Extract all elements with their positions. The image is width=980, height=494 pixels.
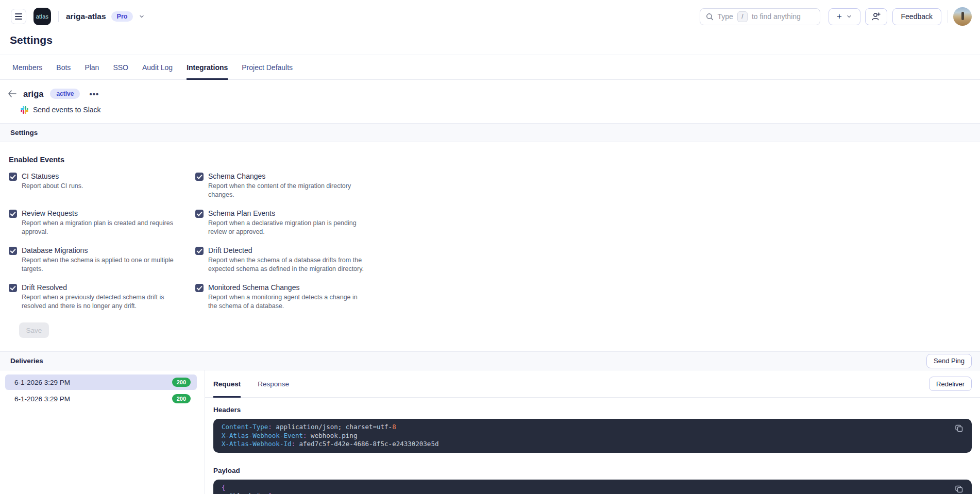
event-schema-changes: Schema ChangesReport when the content of… <box>195 172 365 199</box>
create-new-button[interactable]: + <box>829 8 860 25</box>
atlas-logo[interactable]: atlas <box>33 8 51 25</box>
checkbox-drift-resolved[interactable] <box>9 284 17 292</box>
event-description: Report when a monitoring agent detects a… <box>208 293 365 310</box>
tab-sso[interactable]: SSO <box>113 55 128 79</box>
status-code-badge: 200 <box>172 378 191 387</box>
checkbox-schema-plan-events[interactable] <box>195 210 204 218</box>
tab-integrations[interactable]: Integrations <box>187 55 228 79</box>
tab-members[interactable]: Members <box>12 55 42 79</box>
event-name: Database Migrations <box>22 246 179 255</box>
deliveries-list: 6-1-2026 3:29 PM2006-1-2026 3:29 PM200 <box>0 370 205 494</box>
event-description: Report about CI runs. <box>22 182 83 191</box>
event-drift-detected: Drift DetectedReport when the schema of … <box>195 246 365 273</box>
checkbox-review-requests[interactable] <box>9 210 17 218</box>
event-description: Report when a declarative migration plan… <box>208 219 365 236</box>
integration-header: ariga active ••• Send events to Slack <box>0 80 980 115</box>
delivery-detail-pane: RequestResponse Redeliver Headers Conten… <box>205 370 980 494</box>
page-title-row: Settings <box>0 33 980 55</box>
event-name: Monitored Schema Changes <box>208 283 365 292</box>
detail-tab-response[interactable]: Response <box>258 370 289 397</box>
integration-description: Send events to Slack <box>33 106 101 114</box>
checkbox-schema-changes[interactable] <box>195 173 204 181</box>
tab-project-defaults[interactable]: Project Defaults <box>242 55 293 79</box>
redeliver-button[interactable]: Redeliver <box>929 377 972 391</box>
checkbox-ci-statuses[interactable] <box>9 173 17 181</box>
checkbox-drift-detected[interactable] <box>195 247 204 255</box>
header-divider <box>948 10 948 23</box>
app-header: atlas ariga-atlas Pro Type / to find any… <box>0 0 980 33</box>
event-name: Drift Detected <box>208 246 365 255</box>
checkbox-monitored-schema-changes[interactable] <box>195 284 204 292</box>
event-description: Report when the content of the migration… <box>208 182 365 199</box>
tab-bots[interactable]: Bots <box>56 55 71 79</box>
atlas-logo-text: atlas <box>36 13 49 20</box>
event-name: Schema Changes <box>208 172 365 181</box>
delivery-row[interactable]: 6-1-2026 3:29 PM200 <box>5 374 197 390</box>
status-code-badge: 200 <box>172 394 191 403</box>
project-chevron-down-icon[interactable] <box>139 14 144 19</box>
event-description: Report when the schema of a database dri… <box>208 256 365 273</box>
code-line: Content-Type: application/json; charset=… <box>222 423 947 432</box>
checkbox-database-migrations[interactable] <box>9 247 17 255</box>
invite-user-button[interactable] <box>865 8 887 25</box>
event-ci-statuses: CI StatusesReport about CI runs. <box>9 172 195 199</box>
enabled-events-grid: CI StatusesReport about CI runs.Schema C… <box>9 172 980 310</box>
event-name: Drift Resolved <box>22 283 179 292</box>
hamburger-menu-button[interactable] <box>11 9 26 24</box>
payload-code-block: { "blocks": [ { "text": { "text": "Ping"… <box>213 480 972 494</box>
request-content: Headers Content-Type: application/json; … <box>205 398 980 494</box>
project-name: ariga-atlas <box>66 12 106 21</box>
search-placeholder-suffix: to find anything <box>752 12 801 21</box>
tab-plan[interactable]: Plan <box>85 55 99 79</box>
code-line: X-Atlas-Webhook-Id: afed7c5f-d42e-4686-8… <box>222 440 947 449</box>
delivery-row[interactable]: 6-1-2026 3:29 PM200 <box>5 391 197 406</box>
plus-icon: + <box>837 12 842 21</box>
event-name: Schema Plan Events <box>208 209 365 218</box>
settings-section-title: Settings <box>10 129 38 137</box>
copy-icon[interactable] <box>954 484 965 494</box>
user-avatar[interactable] <box>953 7 972 26</box>
search-icon <box>706 13 714 21</box>
user-add-icon <box>871 12 881 21</box>
deliveries-section-bar: Deliveries Send Ping <box>0 351 980 370</box>
feedback-button[interactable]: Feedback <box>892 8 941 25</box>
event-database-migrations: Database MigrationsReport when the schem… <box>9 246 195 273</box>
create-chevron-down-icon <box>847 14 852 19</box>
code-line: { <box>222 484 947 492</box>
slash-key-hint: / <box>737 11 748 22</box>
headers-heading: Headers <box>213 406 972 414</box>
event-name: CI Statuses <box>22 172 83 181</box>
back-button[interactable] <box>7 89 17 99</box>
code-line: "blocks": [ <box>222 492 947 494</box>
status-badge: active <box>50 89 80 99</box>
event-description: Report when the schema is applied to one… <box>22 256 179 273</box>
header-divider <box>58 11 59 22</box>
detail-tab-request[interactable]: Request <box>213 370 241 397</box>
page-title: Settings <box>10 34 980 46</box>
search-placeholder-prefix: Type <box>718 12 733 21</box>
deliveries-body: 6-1-2026 3:29 PM2006-1-2026 3:29 PM200 R… <box>0 370 980 494</box>
save-button[interactable]: Save <box>19 322 49 338</box>
settings-tabs: MembersBotsPlanSSOAudit LogIntegrationsP… <box>0 55 980 80</box>
enabled-events-section: Enabled Events CI StatusesReport about C… <box>0 142 980 338</box>
delivery-timestamp: 6-1-2026 3:29 PM <box>14 379 172 386</box>
event-description: Report when a migration plan is created … <box>22 219 179 236</box>
event-description: Report when a previously detected schema… <box>22 293 179 310</box>
plan-badge: Pro <box>111 11 133 22</box>
delivery-detail-tabs: RequestResponse Redeliver <box>205 370 980 398</box>
integration-name: ariga <box>23 89 43 99</box>
event-schema-plan-events: Schema Plan EventsReport when a declarat… <box>195 209 365 236</box>
headers-code-block: Content-Type: application/json; charset=… <box>213 419 972 453</box>
event-monitored-schema-changes: Monitored Schema ChangesReport when a mo… <box>195 283 365 310</box>
search-input[interactable]: Type / to find anything <box>700 8 820 25</box>
slack-icon <box>21 106 28 114</box>
tab-audit-log[interactable]: Audit Log <box>142 55 173 79</box>
event-name: Review Requests <box>22 209 179 218</box>
event-drift-resolved: Drift ResolvedReport when a previously d… <box>9 283 195 310</box>
enabled-events-heading: Enabled Events <box>9 156 980 164</box>
kebab-menu-button[interactable]: ••• <box>87 89 101 99</box>
deliveries-section-title: Deliveries <box>10 357 43 365</box>
code-line: X-Atlas-Webhook-Event: webhook.ping <box>222 432 947 440</box>
send-ping-button[interactable]: Send Ping <box>926 354 972 368</box>
copy-icon[interactable] <box>954 423 965 434</box>
